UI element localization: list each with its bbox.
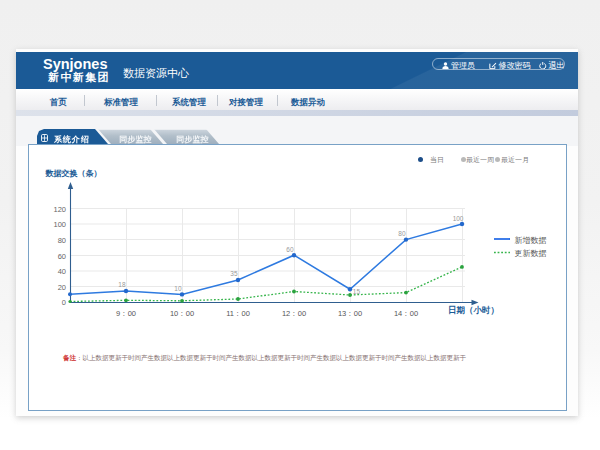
svg-text:18: 18 xyxy=(118,281,126,288)
svg-text:100: 100 xyxy=(53,220,66,229)
svg-text:60: 60 xyxy=(58,252,66,261)
svg-text:11：00: 11：00 xyxy=(226,309,250,318)
svg-text:120: 120 xyxy=(53,205,66,214)
svg-text:日期（小时）: 日期（小时） xyxy=(448,305,499,315)
svg-text:12：00: 12：00 xyxy=(282,309,306,318)
svg-text:20: 20 xyxy=(58,283,66,292)
svg-text:9：00: 9：00 xyxy=(116,309,136,318)
svg-text:60: 60 xyxy=(286,246,294,253)
svg-text:10: 10 xyxy=(174,285,182,292)
svg-text:40: 40 xyxy=(58,267,66,276)
svg-text:数据交换（条）: 数据交换（条） xyxy=(45,169,102,178)
svg-text:100: 100 xyxy=(453,215,464,222)
svg-text:新增数据: 新增数据 xyxy=(515,236,547,245)
svg-text:13：00: 13：00 xyxy=(338,309,362,318)
svg-text:10：00: 10：00 xyxy=(170,309,194,318)
svg-text:15: 15 xyxy=(353,288,361,295)
svg-text:35: 35 xyxy=(230,270,238,277)
svg-text:80: 80 xyxy=(398,230,406,237)
svg-text:80: 80 xyxy=(58,236,66,245)
svg-text:0: 0 xyxy=(62,298,66,307)
svg-text:14：00: 14：00 xyxy=(394,309,418,318)
svg-text:更新数据: 更新数据 xyxy=(515,249,547,258)
